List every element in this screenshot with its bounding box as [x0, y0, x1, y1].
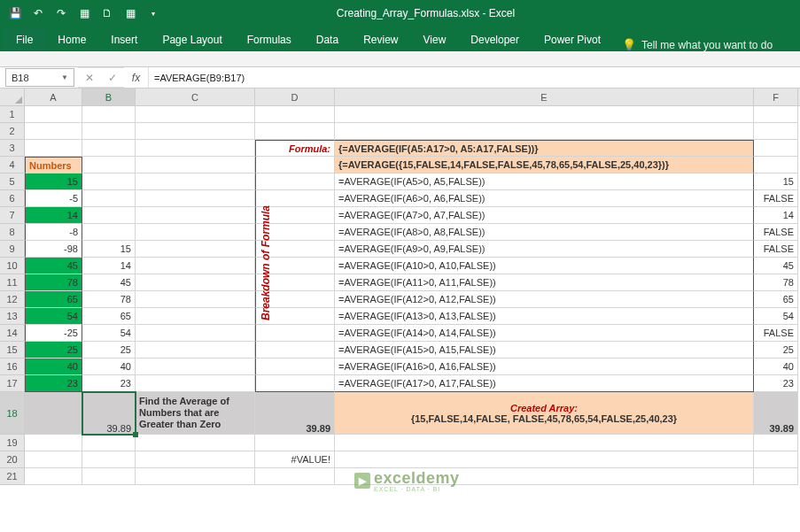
formula-input[interactable]: =AVERAGE(B9:B17) [149, 67, 800, 88]
cell[interactable]: =AVERAGE(IF(A8>0, A8,FALSE)) [335, 224, 754, 241]
cell[interactable] [82, 451, 136, 468]
cell[interactable]: 65 [754, 291, 798, 308]
cell[interactable] [136, 359, 255, 375]
cell[interactable] [136, 173, 255, 190]
cell[interactable] [255, 106, 335, 123]
cell[interactable] [754, 157, 798, 173]
save-icon[interactable]: 💾 [5, 4, 25, 23]
cell[interactable] [255, 123, 335, 140]
row-header[interactable]: 19 [0, 435, 25, 451]
cancel-icon[interactable]: ✕ [78, 72, 101, 84]
cell[interactable]: 45 [25, 258, 82, 274]
cell[interactable] [754, 106, 798, 123]
qat-button[interactable]: ▦ [74, 4, 94, 23]
cell[interactable] [82, 224, 136, 241]
cell[interactable]: 15 [754, 173, 798, 190]
cell[interactable] [255, 468, 335, 485]
row-header[interactable]: 17 [0, 375, 25, 392]
cell[interactable] [136, 451, 255, 468]
tab-developer[interactable]: Developer [458, 28, 532, 51]
cell-formula-text[interactable]: {=AVERAGE({15,FALSE,14,FALSE,FALSE,45,78… [335, 157, 754, 173]
cell-numbers-header[interactable]: Numbers [25, 157, 82, 173]
row-header[interactable]: 20 [0, 451, 25, 468]
cell[interactable] [82, 123, 136, 140]
col-header[interactable]: A [25, 89, 82, 105]
cell[interactable]: 54 [82, 325, 136, 342]
row-header[interactable]: 21 [0, 468, 25, 485]
select-all-corner[interactable] [0, 89, 25, 105]
cell[interactable] [255, 375, 335, 392]
cell[interactable] [25, 435, 82, 451]
cell[interactable] [335, 451, 754, 468]
row-header[interactable]: 10 [0, 258, 25, 274]
cell[interactable]: FALSE [754, 224, 798, 241]
cell[interactable] [335, 435, 754, 451]
cell[interactable]: =AVERAGE(IF(A13>0, A13,FALSE)) [335, 308, 754, 325]
tab-power-pivot[interactable]: Power Pivot [532, 28, 613, 51]
cell[interactable] [255, 157, 335, 173]
cell[interactable] [754, 140, 798, 157]
cell[interactable]: 45 [754, 258, 798, 274]
cell[interactable]: 15 [82, 241, 136, 258]
cell[interactable] [754, 468, 798, 485]
cell[interactable]: =AVERAGE(IF(A16>0, A16,FALSE)) [335, 359, 754, 375]
cell[interactable] [255, 359, 335, 375]
cell[interactable]: 15 [25, 173, 82, 190]
qat-button[interactable]: ▦ [120, 4, 140, 23]
cell[interactable] [136, 325, 255, 342]
cell[interactable]: FALSE [754, 325, 798, 342]
col-header[interactable]: C [136, 89, 255, 105]
cell[interactable] [136, 190, 255, 207]
row-header[interactable]: 12 [0, 291, 25, 308]
cell[interactable]: =AVERAGE(IF(A14>0, A14,FALSE)) [335, 325, 754, 342]
tab-view[interactable]: View [411, 28, 459, 51]
cell[interactable]: 14 [25, 207, 82, 224]
cell[interactable] [754, 123, 798, 140]
col-header[interactable]: E [335, 89, 754, 105]
cell[interactable]: =AVERAGE(IF(A10>0, A10,FALSE)) [335, 258, 754, 274]
row-header[interactable]: 14 [0, 325, 25, 342]
cell[interactable] [136, 342, 255, 359]
row-header[interactable]: 6 [0, 190, 25, 207]
row-header[interactable]: 3 [0, 140, 25, 157]
cell-formula-text[interactable]: {=AVERAGE(IF(A5:A17>0, A5:A17,FALSE))} [335, 140, 754, 157]
qat-button[interactable]: 🗋 [97, 4, 117, 23]
cell-active[interactable]: 39.89 [82, 392, 136, 435]
cell[interactable] [25, 468, 82, 485]
row-header[interactable]: 1 [0, 106, 25, 123]
cell[interactable]: -8 [25, 224, 82, 241]
cell[interactable]: 65 [25, 291, 82, 308]
cell[interactable]: 23 [82, 375, 136, 392]
fx-icon[interactable]: fx [124, 67, 149, 88]
tab-data[interactable]: Data [304, 28, 351, 51]
cell[interactable] [255, 173, 335, 190]
cell[interactable] [136, 207, 255, 224]
cell[interactable] [82, 140, 136, 157]
cell[interactable] [335, 123, 754, 140]
cell[interactable] [255, 435, 335, 451]
row-header[interactable]: 11 [0, 274, 25, 291]
cell[interactable]: 78 [754, 274, 798, 291]
cell[interactable]: =AVERAGE(IF(A12>0, A12,FALSE)) [335, 291, 754, 308]
cell[interactable]: 78 [25, 274, 82, 291]
name-box[interactable]: B18 ▼ [5, 68, 74, 87]
row-header[interactable]: 7 [0, 207, 25, 224]
row-header[interactable]: 18 [0, 392, 25, 435]
cell[interactable] [136, 375, 255, 392]
cell[interactable]: =AVERAGE(IF(A5>0, A5,FALSE)) [335, 173, 754, 190]
cell[interactable]: 25 [25, 342, 82, 359]
cell[interactable] [754, 435, 798, 451]
cell[interactable]: =AVERAGE(IF(A17>0, A17,FALSE)) [335, 375, 754, 392]
cell[interactable]: 25 [754, 342, 798, 359]
cell[interactable] [82, 173, 136, 190]
cell[interactable] [82, 190, 136, 207]
cell[interactable]: -25 [25, 325, 82, 342]
col-header[interactable]: F [754, 89, 798, 105]
tab-review[interactable]: Review [351, 28, 410, 51]
cell[interactable]: 39.89 [754, 392, 798, 435]
cell-formula-label[interactable]: Formula: [255, 140, 335, 157]
cell[interactable]: 40 [82, 359, 136, 375]
cell[interactable]: FALSE [754, 241, 798, 258]
row-header[interactable]: 15 [0, 342, 25, 359]
cell[interactable] [136, 123, 255, 140]
